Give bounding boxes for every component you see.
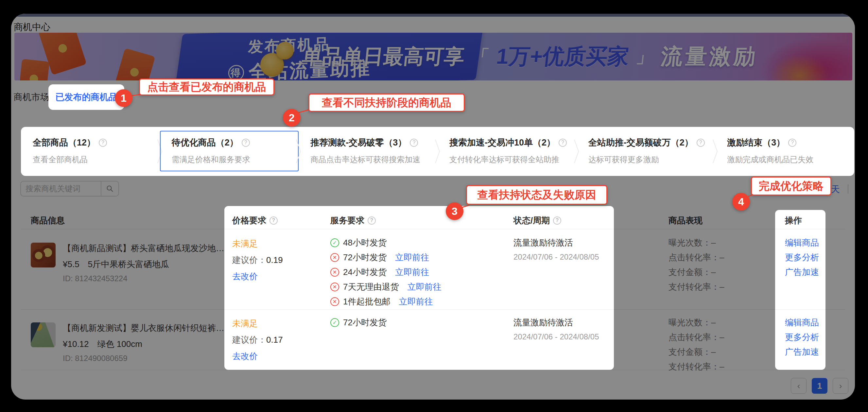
performance-metric: 点击转化率：– [669, 330, 780, 345]
search-box [20, 181, 119, 196]
red-envelope-icon [19, 59, 50, 81]
stage-card-2[interactable]: 待优化商品（2）?需满足价格和服务要求 [160, 127, 299, 176]
chevron-left-icon: ‹ [797, 381, 800, 391]
stage-card-5[interactable]: 全站助推-交易额破万（2）?达标可获得更多激励 [577, 127, 716, 176]
stage-title: 待优化商品（2） [172, 137, 239, 149]
stage-separator-icon [295, 139, 302, 165]
column-header: 价格要求? [232, 212, 324, 229]
current-page-button[interactable]: 1 [812, 378, 828, 394]
tour-step-badge-4: 4 [732, 193, 750, 211]
column-header: 状态/周期? [514, 212, 612, 229]
help-icon[interactable]: ? [788, 139, 796, 147]
status-cell: 流量激励待激活2024/07/06 - 2024/08/05 [514, 309, 612, 344]
tour-tip-4: 完成优化策略 [751, 177, 831, 195]
top-strip [11, 14, 855, 17]
toolbar-divider [848, 184, 848, 194]
help-icon[interactable]: ? [559, 139, 567, 147]
action-link[interactable]: 更多分析 [785, 250, 824, 265]
change-price-link[interactable]: 去改价 [232, 348, 324, 364]
product-id: ID: 812490080659 [63, 354, 226, 363]
column-header-label: 价格要求 [232, 215, 266, 226]
stage-title: 激励结束（3） [727, 137, 785, 149]
suggest-price-value: 0.19 [266, 255, 283, 265]
action-link[interactable]: 编辑商品 [785, 235, 824, 250]
page-title: 商机中心 [14, 21, 50, 33]
search-button[interactable] [101, 182, 118, 196]
column-header: 服务要求? [330, 212, 510, 229]
next-page-button[interactable]: › [833, 378, 848, 394]
search-icon [106, 185, 114, 193]
banner-headline-left: 单品单日最高可享 [301, 43, 466, 70]
banner-bracket-close: 」 [635, 45, 655, 69]
suggest-price-label: 建议价： [232, 254, 266, 266]
performance-metric: 点击转化率：– [669, 250, 780, 265]
action-link[interactable]: 更多分析 [785, 330, 824, 345]
status-text: 流量激励待激活 [514, 315, 612, 330]
go-now-link[interactable]: 立即前往 [399, 296, 433, 307]
performance-cell: 曝光次数：–点击转化率：–支付金额：–支付转化率：– [669, 229, 780, 294]
stage-card-4[interactable]: 搜索加速-交易冲10单（2）?支付转化率达标可获得全站助推 [438, 127, 577, 176]
prev-page-button[interactable]: ‹ [791, 378, 807, 394]
service-item: ✕1件起批包邮立即前往 [330, 294, 510, 309]
check-circle-icon: ✓ [330, 239, 339, 247]
product-title: 【商机新品测试】桥头富硒地瓜现发沙地瓜新鲜... [63, 243, 226, 254]
go-now-link[interactable]: 立即前往 [395, 252, 429, 263]
suggest-price-value: 0.17 [266, 335, 283, 345]
performance-cell: 曝光次数：–点击转化率：–支付金额：–支付转化率：– [669, 309, 780, 374]
column-header-label: 商品表现 [669, 215, 703, 226]
status-period: 2024/07/06 - 2024/08/05 [514, 250, 612, 264]
stage-card-6[interactable]: 激励结束（3）?激励完成或商机品已失效 [715, 127, 854, 176]
stage-card-1[interactable]: 全部商品（12）?查看全部商机品 [21, 127, 160, 176]
stage-title: 搜索加速-交易冲10单（2） [450, 137, 555, 149]
chevron-right-icon: › [839, 381, 842, 391]
help-icon[interactable]: ? [270, 217, 278, 225]
service-text: 72小时发货 [343, 317, 386, 328]
status-text: 流量激励待激活 [514, 235, 612, 250]
tab-published[interactable]: 已发布的商机品 [49, 84, 124, 110]
product-id: ID: 812432453224 [63, 274, 226, 283]
promo-banner[interactable]: 发布商机品 得 全站流量助推 单品单日最高可享 「 1万+优质买家 」 流量激励 [14, 33, 852, 81]
stage-desc: 支付转化率达标可获得全站助推 [450, 154, 559, 165]
banner-bracket-open: 「 [470, 45, 491, 69]
service-req-cell: ✓72小时发货 [330, 309, 510, 330]
tab-market[interactable]: 商机市场 [14, 84, 49, 110]
stage-desc: 激励完成或商机品已失效 [727, 154, 813, 165]
performance-metric: 支付金额：– [669, 345, 780, 359]
stage-separator-icon [434, 139, 441, 165]
status-cell: 流量激励待激活2024/07/06 - 2024/08/05 [514, 229, 612, 264]
go-now-link[interactable]: 立即前往 [407, 281, 441, 293]
price-req-status: 未满足 [232, 315, 324, 331]
service-item: ✓48小时发货 [330, 235, 510, 250]
stage-card-3[interactable]: 推荐测款-交易破零（3）?商品点击率达标可获得搜索加速 [299, 127, 438, 176]
stage-separator-icon [157, 139, 163, 165]
tour-tip-2: 查看不同扶持阶段的商机品 [308, 94, 465, 112]
status-period: 2024/07/06 - 2024/08/05 [514, 330, 612, 344]
sweet-potato-photo [31, 243, 56, 267]
action-link[interactable]: 广告加速 [785, 265, 824, 280]
tour-step-badge-1: 1 [115, 89, 132, 107]
help-icon[interactable]: ? [553, 217, 561, 225]
product-price: ¥10.12 [63, 339, 89, 349]
column-header: 商品信息 [31, 212, 227, 229]
help-icon[interactable]: ? [696, 139, 705, 147]
action-link[interactable]: 广告加速 [785, 345, 824, 359]
service-text: 7天无理由退货 [343, 281, 399, 293]
help-icon[interactable]: ? [242, 139, 250, 147]
product-spec: 5斤中果桥头富硒地瓜 [88, 259, 169, 269]
column-header-label: 状态/周期 [514, 215, 550, 226]
service-item: ✕24小时发货立即前往 [330, 265, 510, 280]
column-header-label: 操作 [785, 215, 802, 226]
help-icon[interactable]: ? [368, 217, 376, 225]
go-now-link[interactable]: 立即前往 [395, 266, 429, 278]
action-link[interactable]: 编辑商品 [785, 315, 824, 330]
help-icon[interactable]: ? [99, 139, 107, 147]
product-cell: 【商机新发测试】婴儿衣服休闲针织短裤夏装男...¥10.12绿色 100cmID… [31, 309, 227, 363]
performance-metric: 曝光次数：– [669, 235, 780, 250]
product-title: 【商机新发测试】婴儿衣服休闲针织短裤夏装男... [63, 322, 226, 334]
search-input[interactable] [21, 182, 101, 196]
tour-tip-1: 点击查看已发布的商机品 [139, 78, 274, 95]
change-price-link[interactable]: 去改价 [232, 268, 324, 284]
tour-step-badge-2: 2 [283, 109, 301, 127]
app-window: 商机中心 发布商机品 得 全站流量助推 单品单日最高可享 「 1万+优质买家 」… [11, 14, 855, 400]
help-icon[interactable]: ? [410, 139, 418, 147]
